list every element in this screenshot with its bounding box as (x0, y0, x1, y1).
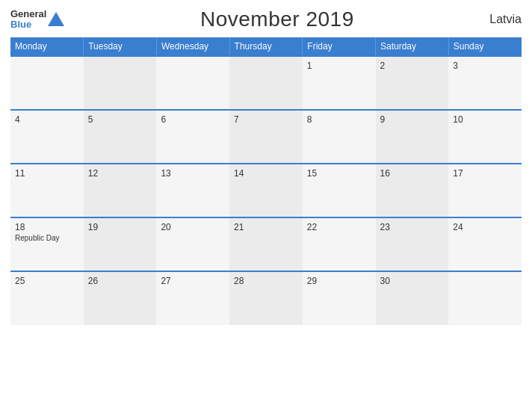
calendar-table: Monday Tuesday Wednesday Thursday Friday… (10, 37, 522, 325)
calendar-week-row: 18Republic Day192021222324 (10, 217, 522, 271)
day-number: 8 (307, 114, 371, 125)
day-number: 4 (15, 114, 79, 125)
calendar-cell: 3 (448, 56, 522, 110)
calendar-cell: 8 (303, 110, 376, 164)
calendar-title: November 2019 (200, 7, 354, 31)
calendar-cell: 23 (376, 217, 449, 271)
calendar-cell: 14 (229, 164, 303, 217)
day-number: 16 (380, 168, 445, 179)
logo-blue-text: Blue (10, 19, 46, 30)
day-number: 24 (453, 222, 517, 232)
calendar-cell: 15 (303, 164, 376, 217)
holiday-label: Republic Day (15, 234, 79, 242)
day-number: 25 (15, 276, 79, 286)
header-saturday: Saturday (376, 37, 449, 56)
country-label: Latvia (489, 13, 522, 26)
calendar-cell: 17 (448, 164, 522, 217)
header-thursday: Thursday (229, 37, 303, 56)
day-number: 15 (307, 168, 371, 179)
logo-flag-icon (48, 11, 64, 28)
calendar-cell: 13 (156, 164, 229, 217)
calendar-cell: 26 (84, 271, 157, 325)
header-wednesday: Wednesday (156, 37, 229, 56)
calendar-cell: 24 (448, 217, 522, 271)
calendar-cell: 29 (303, 271, 376, 325)
calendar-cell: 9 (376, 110, 449, 164)
day-number: 30 (380, 276, 445, 286)
day-number: 3 (453, 61, 517, 71)
day-number: 27 (161, 276, 225, 286)
calendar-cell (229, 56, 303, 110)
svg-marker-0 (48, 12, 64, 26)
header-friday: Friday (303, 37, 376, 56)
calendar-cell: 1 (303, 56, 376, 110)
calendar-cell: 19 (84, 217, 157, 271)
calendar-cell: 16 (376, 164, 449, 217)
calendar-cell: 11 (10, 164, 84, 217)
day-number: 17 (453, 168, 517, 179)
calendar-cell (84, 56, 157, 110)
calendar-cell: 6 (156, 110, 229, 164)
day-number: 26 (88, 276, 152, 286)
calendar-cell: 5 (84, 110, 157, 164)
day-number: 28 (234, 276, 298, 286)
day-number: 12 (88, 168, 152, 179)
header-monday: Monday (10, 37, 84, 56)
day-number: 11 (15, 168, 79, 179)
calendar-cell: 30 (376, 271, 449, 325)
calendar-cell: 20 (156, 217, 229, 271)
calendar-cell: 2 (376, 56, 449, 110)
day-number: 6 (161, 114, 225, 125)
calendar-cell: 18Republic Day (10, 217, 84, 271)
day-number: 23 (380, 222, 445, 232)
calendar-cell (448, 271, 522, 325)
logo: General Blue (10, 9, 64, 31)
calendar-cell: 7 (229, 110, 303, 164)
day-number: 13 (161, 168, 225, 179)
day-number: 7 (234, 114, 298, 125)
day-number: 1 (307, 61, 371, 71)
day-number: 20 (161, 222, 225, 232)
header-tuesday: Tuesday (84, 37, 157, 56)
day-number: 22 (307, 222, 371, 232)
day-number: 2 (380, 61, 445, 71)
day-number: 19 (88, 222, 152, 232)
header-sunday: Sunday (448, 37, 522, 56)
day-number: 9 (380, 114, 445, 125)
day-number: 5 (88, 114, 152, 125)
calendar-cell: 22 (303, 217, 376, 271)
calendar-cell: 28 (229, 271, 303, 325)
calendar-cell: 10 (448, 110, 522, 164)
calendar-week-row: 11121314151617 (10, 164, 522, 217)
calendar-cell: 12 (84, 164, 157, 217)
calendar-page: General Blue November 2019 Latvia Monday… (0, 0, 532, 411)
day-number: 14 (234, 168, 298, 179)
calendar-cell (156, 56, 229, 110)
day-number: 18 (15, 222, 79, 232)
calendar-cell (10, 56, 84, 110)
calendar-week-row: 45678910 (10, 110, 522, 164)
logo-general-text: General (10, 9, 46, 19)
calendar-cell: 25 (10, 271, 84, 325)
calendar-week-row: 123 (10, 56, 522, 110)
day-number: 29 (307, 276, 371, 286)
calendar-cell: 4 (10, 110, 84, 164)
calendar-cell: 21 (229, 217, 303, 271)
calendar-week-row: 252627282930 (10, 271, 522, 325)
weekday-header-row: Monday Tuesday Wednesday Thursday Friday… (10, 37, 522, 56)
header: General Blue November 2019 Latvia (10, 7, 522, 31)
day-number: 10 (453, 114, 517, 125)
day-number: 21 (234, 222, 298, 232)
calendar-cell: 27 (156, 271, 229, 325)
